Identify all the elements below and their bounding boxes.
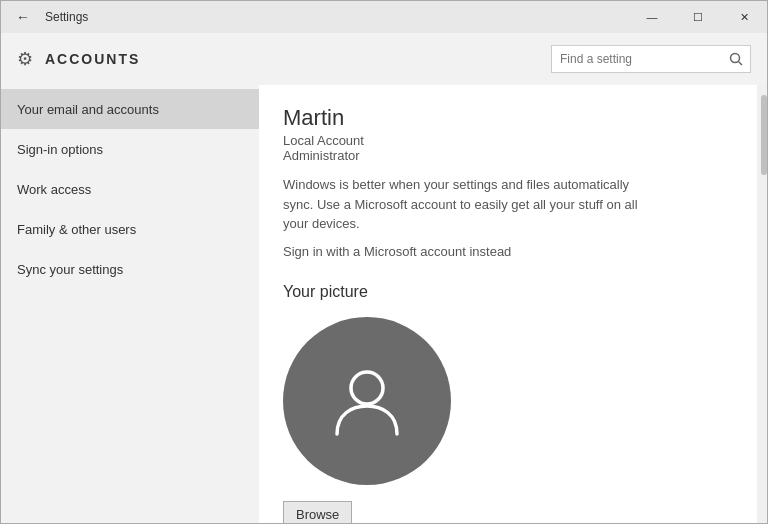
sidebar-item-sign-in-options[interactable]: Sign-in options <box>1 129 259 169</box>
close-button[interactable]: ✕ <box>721 1 767 33</box>
browse-button[interactable]: Browse <box>283 501 352 524</box>
main-content: Martin Local Account Administrator Windo… <box>259 85 757 523</box>
window-title: Settings <box>45 10 88 24</box>
settings-window: ← Settings — ☐ ✕ ⚙ ACCOUNTS <box>0 0 768 524</box>
user-account-type: Local Account <box>283 133 733 148</box>
title-bar-left: ← Settings <box>9 3 88 31</box>
search-input[interactable] <box>552 52 722 66</box>
scrollbar[interactable] <box>757 85 767 523</box>
user-role: Administrator <box>283 148 733 163</box>
search-icon[interactable] <box>722 45 750 73</box>
avatar <box>283 317 451 485</box>
minimize-button[interactable]: — <box>629 1 675 33</box>
sidebar-item-family-other-users[interactable]: Family & other users <box>1 209 259 249</box>
svg-point-0 <box>731 54 740 63</box>
header-bar: ⚙ ACCOUNTS <box>1 33 767 85</box>
accounts-title: ACCOUNTS <box>45 51 140 67</box>
app-layout: ⚙ ACCOUNTS Your email and accounts <box>1 33 767 523</box>
sync-message: Windows is better when your settings and… <box>283 175 643 234</box>
sidebar: Your email and accounts Sign-in options … <box>1 85 259 523</box>
sidebar-item-work-access[interactable]: Work access <box>1 169 259 209</box>
user-name: Martin <box>283 105 733 131</box>
sidebar-item-email-accounts[interactable]: Your email and accounts <box>1 89 259 129</box>
scrollbar-thumb <box>761 95 767 175</box>
your-picture-section: Your picture Browse <box>283 283 733 524</box>
window-controls: — ☐ ✕ <box>629 1 767 33</box>
title-bar: ← Settings — ☐ ✕ <box>1 1 767 33</box>
svg-line-1 <box>739 62 743 66</box>
sidebar-item-sync-settings[interactable]: Sync your settings <box>1 249 259 289</box>
avatar-icon <box>322 356 412 446</box>
svg-point-2 <box>351 372 383 404</box>
gear-icon: ⚙ <box>17 48 33 70</box>
search-box <box>551 45 751 73</box>
main-layout: Your email and accounts Sign-in options … <box>1 85 767 523</box>
back-button[interactable]: ← <box>9 3 37 31</box>
your-picture-title: Your picture <box>283 283 733 301</box>
sign-in-link[interactable]: Sign in with a Microsoft account instead <box>283 244 511 259</box>
maximize-button[interactable]: ☐ <box>675 1 721 33</box>
